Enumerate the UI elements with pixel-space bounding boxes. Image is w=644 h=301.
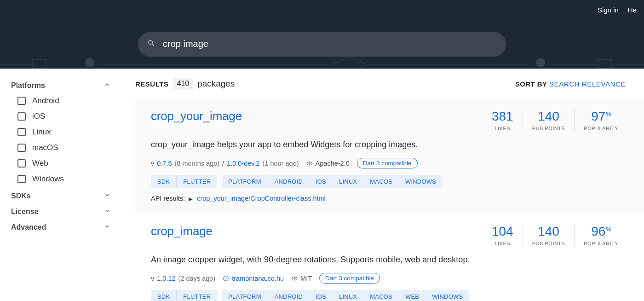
package-description: crop_your_image helps your app to embed …	[151, 139, 627, 150]
tag-item-android[interactable]: ANDROID	[268, 175, 309, 188]
tag-item-linux[interactable]: LINUX	[333, 290, 363, 301]
svg-point-2	[85, 58, 94, 67]
package-meta: v 0.7.5 (8 months ago) / 1.0.0-dev.2 (1 …	[151, 158, 627, 168]
tag-item-ios[interactable]: IOS	[309, 290, 333, 301]
score-likes[interactable]: 104 LIKES	[483, 224, 523, 246]
tag-row: SDK FLUTTER PLATFORM ANDROID IOS LINUX M…	[151, 290, 627, 301]
results-count: 410	[173, 78, 193, 90]
score-value: 381	[492, 109, 513, 124]
tag-item-web[interactable]: WEB	[399, 290, 426, 301]
platform-web[interactable]: Web	[17, 159, 120, 168]
svg-rect-7	[598, 59, 612, 69]
publisher-link[interactable]: tramontana.co.hu	[232, 275, 284, 282]
tag-item-windows[interactable]: WINDOWS	[399, 175, 443, 188]
filter-header-advanced[interactable]: Advanced	[11, 220, 120, 235]
topbar: Sign in He	[0, 0, 644, 19]
version-age: (8 months ago)	[175, 160, 220, 167]
platform-ios[interactable]: iOS	[17, 112, 120, 121]
package-top: crop_your_image 381 LIKES 140 PUB POINTS…	[151, 109, 627, 131]
results-bar: RESULTS 410 packages SORT BY SEARCH RELE…	[135, 78, 644, 98]
package-top: crop_image 104 LIKES 140 PUB POINTS 96% …	[151, 224, 627, 246]
checkbox-icon	[17, 128, 26, 136]
platform-android[interactable]: Android	[17, 96, 120, 105]
results-label: RESULTS	[135, 80, 168, 88]
platform-macos[interactable]: macOS	[17, 143, 120, 152]
package-card: crop_image 104 LIKES 140 PUB POINTS 96% …	[135, 213, 644, 301]
platform-windows[interactable]: Windows	[17, 174, 120, 184]
sidebar: Platforms Android iOS Linux macOS Web Wi…	[0, 69, 120, 301]
tag-item-linux[interactable]: LINUX	[333, 175, 363, 188]
tag-group-sdk: SDK FLUTTER	[151, 175, 217, 188]
platform-label: Linux	[32, 127, 51, 137]
score-popularity[interactable]: 96% POPULARITY	[574, 224, 627, 246]
api-results-label: API results:	[151, 195, 185, 202]
chevron-down-icon	[104, 223, 110, 232]
results-left: RESULTS 410 packages	[135, 78, 235, 90]
version-link[interactable]: 0.7.5	[157, 160, 172, 167]
version-age: (2 days ago)	[178, 275, 216, 282]
license-icon	[306, 160, 313, 167]
package-description: An image cropper widget, with 90-degree …	[151, 254, 627, 266]
score-value: 104	[492, 224, 513, 239]
sort-by-value: SEARCH RELEVANCE	[549, 80, 626, 88]
package-meta: v 1.0.12 (2 days ago) tramontana.co.hu M…	[151, 273, 627, 284]
score-pubpoints[interactable]: 140 PUB POINTS	[523, 109, 575, 131]
filter-header-sdks[interactable]: SDKs	[11, 188, 120, 204]
checkbox-icon	[17, 175, 26, 183]
prerelease-link[interactable]: 1.0.0-dev.2	[227, 160, 259, 167]
score-label: LIKES	[492, 126, 513, 131]
package-title-link[interactable]: crop_image	[151, 224, 213, 238]
platform-label: Web	[32, 159, 48, 168]
score-label: POPULARITY	[584, 241, 618, 246]
tag-item-macos[interactable]: MACOS	[363, 290, 399, 301]
sort-by[interactable]: SORT BY SEARCH RELEVANCE	[515, 80, 626, 88]
filter-header-license[interactable]: License	[11, 204, 120, 220]
scores: 104 LIKES 140 PUB POINTS 96% POPULARITY	[483, 224, 627, 246]
tag-item-android[interactable]: ANDROID	[268, 290, 309, 301]
platform-linux[interactable]: Linux	[17, 127, 120, 137]
tag-item-macos[interactable]: MACOS	[363, 175, 399, 188]
content: RESULTS 410 packages SORT BY SEARCH RELE…	[120, 69, 644, 301]
license-text: MIT	[300, 275, 312, 282]
package-card: crop_your_image 381 LIKES 140 PUB POINTS…	[135, 98, 644, 213]
search-hero	[0, 19, 644, 69]
score-label: LIKES	[492, 241, 513, 246]
license-icon	[291, 275, 298, 282]
chevron-down-icon	[104, 208, 110, 216]
tag-item-flutter[interactable]: FLUTTER	[177, 175, 217, 188]
tag-item-windows[interactable]: WINDOWS	[426, 290, 469, 301]
checkbox-icon	[17, 144, 26, 152]
api-result-link[interactable]: crop_your_image/CropController-class.htm…	[197, 195, 326, 202]
chevron-down-icon	[104, 192, 110, 200]
checkbox-icon	[17, 97, 26, 105]
results-suffix: packages	[197, 79, 235, 89]
score-pubpoints[interactable]: 140 PUB POINTS	[523, 224, 575, 246]
score-popularity[interactable]: 97% POPULARITY	[574, 109, 627, 131]
hero-decoration	[0, 56, 644, 69]
tag-item-ios[interactable]: IOS	[309, 175, 333, 188]
platform-label: macOS	[32, 143, 58, 152]
platform-label: iOS	[32, 112, 45, 121]
main: Platforms Android iOS Linux macOS Web Wi…	[0, 69, 644, 301]
filter-title-sdks: SDKs	[11, 192, 31, 200]
score-label: PUB POINTS	[532, 241, 565, 246]
version-link[interactable]: 1.0.12	[157, 275, 175, 282]
platform-label: Windows	[32, 174, 64, 184]
svg-rect-1	[32, 59, 46, 69]
search-icon	[147, 39, 155, 49]
help-link[interactable]: He	[628, 6, 637, 14]
score-likes[interactable]: 381 LIKES	[483, 109, 523, 131]
checkbox-icon	[17, 112, 26, 121]
search-input[interactable]	[162, 38, 497, 50]
filter-header-platforms[interactable]: Platforms	[11, 78, 120, 93]
filter-title-platforms: Platforms	[11, 81, 45, 90]
logo-cropped	[0, 0, 9, 19]
sign-in-link[interactable]: Sign in	[598, 6, 619, 14]
filter-title-advanced: Advanced	[11, 223, 46, 232]
version-prefix: v	[151, 275, 154, 282]
score-value: 97%	[584, 109, 618, 124]
package-title-link[interactable]: crop_your_image	[151, 109, 242, 123]
tag-item-flutter[interactable]: FLUTTER	[177, 290, 217, 301]
scores: 381 LIKES 140 PUB POINTS 97% POPULARITY	[483, 109, 627, 131]
tag-header: SDK	[151, 175, 177, 188]
